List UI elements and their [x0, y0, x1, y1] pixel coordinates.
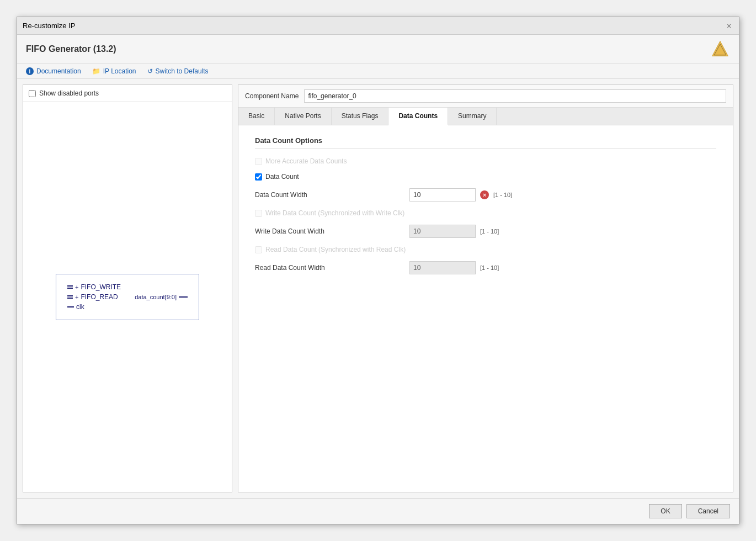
main-window: Re-customize IP × FIFO Generator (13.2) …	[17, 17, 739, 524]
footer: OK Cancel	[17, 498, 739, 524]
port-line-2	[67, 288, 73, 289]
port-line-3	[67, 295, 73, 296]
read-data-count-width-row: Read Data Count Width [1 - 10]	[255, 261, 716, 274]
read-data-count-label: Read Data Count (Synchronized with Read …	[265, 246, 406, 253]
tab-data-counts[interactable]: Data Counts	[388, 108, 448, 125]
tab-summary[interactable]: Summary	[448, 108, 497, 125]
write-data-count-width-label: Write Data Count Width	[255, 227, 409, 235]
switch-label: Switch to Defaults	[156, 67, 209, 75]
write-data-count-checkbox[interactable]	[255, 210, 262, 217]
port-line-4	[67, 298, 73, 299]
data-count-label: Data Count	[265, 173, 387, 181]
read-data-count-width-input[interactable]	[409, 261, 476, 274]
left-panel-header: Show disabled ports	[23, 85, 232, 102]
data-count-signal: data_count[9:0]	[135, 294, 177, 300]
port-line-1	[67, 285, 73, 287]
port-out-line	[179, 296, 188, 298]
read-data-count-width-range: [1 - 10]	[480, 264, 499, 271]
fifo-write-row: + FIFO_WRITE	[67, 283, 188, 291]
fifo-write-lines	[67, 285, 73, 289]
tab-status-flags[interactable]: Status Flags	[332, 108, 389, 125]
content-area: Show disabled ports + FIFO_WRITE	[17, 79, 739, 498]
write-data-count-label: Write Data Count (Synchronized with Writ…	[265, 209, 404, 217]
close-button[interactable]: ×	[725, 22, 733, 30]
clk-label: clk	[76, 303, 84, 311]
data-count-width-row: Data Count Width ✕ [1 - 10]	[255, 188, 716, 201]
more-accurate-row: More Accurate Data Counts	[255, 157, 716, 165]
data-count-checkbox[interactable]	[255, 173, 262, 181]
write-data-count-width-input[interactable]	[409, 225, 476, 238]
data-count-row: Data Count	[255, 173, 716, 181]
read-data-count-row: Read Data Count (Synchronized with Read …	[255, 246, 716, 253]
documentation-label: Documentation	[36, 67, 81, 75]
left-panel-body: + FIFO_WRITE + FIFO_READ data_count[9:0]	[23, 102, 232, 492]
fifo-write-label: FIFO_WRITE	[81, 283, 121, 291]
left-panel: Show disabled ports + FIFO_WRITE	[23, 84, 232, 492]
data-count-width-clear[interactable]: ✕	[480, 190, 489, 199]
show-disabled-ports-text: Show disabled ports	[39, 89, 99, 97]
ok-button[interactable]: OK	[649, 504, 682, 518]
location-label: IP Location	[103, 67, 136, 75]
data-count-width-range: [1 - 10]	[493, 192, 512, 198]
refresh-icon: ↺	[147, 67, 153, 75]
app-logo	[710, 39, 730, 59]
component-name-label: Component Name	[245, 92, 299, 100]
cancel-button[interactable]: Cancel	[686, 504, 730, 518]
info-icon: i	[26, 67, 34, 75]
write-data-count-row: Write Data Count (Synchronized with Writ…	[255, 209, 716, 217]
toolbar: i Documentation 📁 IP Location ↺ Switch t…	[17, 64, 739, 79]
tabs-bar: Basic Native Ports Status Flags Data Cou…	[238, 108, 733, 125]
component-name-row: Component Name	[238, 85, 733, 108]
write-data-count-width-row: Write Data Count Width [1 - 10]	[255, 225, 716, 238]
ip-location-button[interactable]: 📁 IP Location	[92, 67, 136, 75]
folder-icon: 📁	[92, 67, 100, 75]
section-title: Data Count Options	[255, 136, 716, 148]
fifo-read-plus: +	[75, 294, 78, 300]
fifo-read-label: FIFO_READ	[81, 293, 118, 301]
documentation-button[interactable]: i Documentation	[26, 67, 81, 75]
read-data-count-checkbox[interactable]	[255, 246, 262, 253]
window-title: Re-customize IP	[23, 22, 75, 30]
read-data-count-width-group: [1 - 10]	[409, 261, 499, 274]
show-disabled-ports-checkbox[interactable]	[29, 90, 36, 97]
clk-line	[67, 306, 74, 307]
more-accurate-checkbox[interactable]	[255, 158, 262, 165]
show-disabled-ports-label[interactable]: Show disabled ports	[29, 89, 226, 97]
fifo-read-lines	[67, 295, 73, 299]
write-data-count-width-range: [1 - 10]	[480, 228, 499, 235]
data-count-width-input[interactable]	[409, 188, 476, 201]
read-data-count-width-label: Read Data Count Width	[255, 264, 409, 272]
svg-marker-0	[712, 41, 728, 56]
switch-defaults-button[interactable]: ↺ Switch to Defaults	[147, 67, 209, 75]
fifo-write-plus: +	[75, 284, 78, 290]
clk-row: clk	[67, 303, 188, 311]
more-accurate-label: More Accurate Data Counts	[265, 157, 387, 165]
header-bar: FIFO Generator (13.2)	[17, 35, 739, 64]
tab-content-data-counts: Data Count Options More Accurate Data Co…	[238, 125, 733, 492]
write-data-count-width-group: [1 - 10]	[409, 225, 499, 238]
fifo-read-row: + FIFO_READ data_count[9:0]	[67, 293, 188, 301]
right-panel: Component Name Basic Native Ports Status…	[238, 84, 733, 492]
component-name-input[interactable]	[304, 89, 726, 103]
ip-diagram: + FIFO_WRITE + FIFO_READ data_count[9:0]	[56, 274, 199, 320]
tab-basic[interactable]: Basic	[238, 108, 275, 125]
data-count-width-group: ✕ [1 - 10]	[409, 188, 512, 201]
title-bar: Re-customize IP ×	[17, 17, 739, 35]
fifo-read-right: data_count[9:0]	[135, 294, 188, 300]
app-title: FIFO Generator (13.2)	[26, 44, 116, 54]
tab-native-ports[interactable]: Native Ports	[275, 108, 331, 125]
data-count-width-label: Data Count Width	[255, 191, 409, 199]
title-bar-left: Re-customize IP	[23, 22, 75, 30]
